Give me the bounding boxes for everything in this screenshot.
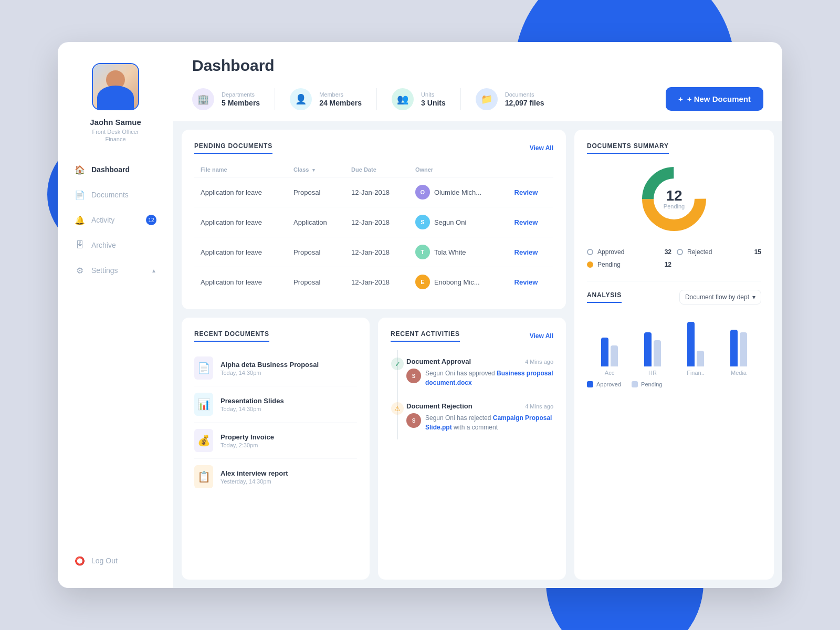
date-cell: 12-Jan-2018 xyxy=(345,237,409,267)
pending-view-all-link[interactable]: View All xyxy=(530,144,553,152)
class-cell: Application xyxy=(287,207,345,237)
dashboard-header: Dashboard 🏢 Departments 5 Members 👤 Memb… xyxy=(173,42,782,121)
members-icon: 👤 xyxy=(290,88,312,110)
sort-icon[interactable]: ▾ xyxy=(312,167,315,173)
action-cell: Review xyxy=(508,177,553,207)
owner-name: Olumide Mich... xyxy=(434,188,481,196)
bottom-grid: RECENT DOCUMENTS 📄 Alpha deta Business P… xyxy=(182,318,566,580)
donut-wrapper: 12 Pending xyxy=(587,162,761,236)
summary-title: DOCUMENTS SUMMARY xyxy=(587,142,669,154)
legend-pending: Pending 12 xyxy=(587,261,671,268)
activity-text: Segun Oni has approved Business proposal… xyxy=(425,369,553,387)
sidebar-item-label: Documents xyxy=(91,191,129,199)
stat-info: Units 3 Units xyxy=(421,91,446,107)
approved-dot xyxy=(587,249,593,255)
stat-label: Units xyxy=(421,91,446,98)
sidebar-item-dashboard[interactable]: 🏠 Dashboard xyxy=(66,158,165,181)
sidebar-item-label: Archive xyxy=(91,241,116,249)
list-item[interactable]: 📄 Alpha deta Business Proposal Today, 14… xyxy=(194,350,357,386)
owner-name: Tola White xyxy=(434,248,466,256)
review-button[interactable]: Review xyxy=(514,248,538,256)
avatar-image xyxy=(93,64,138,109)
sidebar-item-label: Dashboard xyxy=(91,165,130,174)
analysis-section: ANALYSIS Document flow by dept ▾ Acc HR xyxy=(587,281,761,387)
sidebar-item-settings[interactable]: ⚙ Settings ▲ xyxy=(66,259,165,282)
date-cell: 12-Jan-2018 xyxy=(345,207,409,237)
owner-cell: T Tola White xyxy=(409,237,508,267)
owner-name: Enobong Mic... xyxy=(434,278,480,286)
recent-activities-header: RECENT ACTIVITIES View All xyxy=(391,330,553,342)
list-item: ⚠ Document Rejection 4 Mins ago S Segun … xyxy=(397,395,553,439)
pending-legend-square xyxy=(632,381,638,387)
review-button[interactable]: Review xyxy=(514,278,538,286)
stat-label: Members xyxy=(319,91,362,98)
donut-center: 12 Pending xyxy=(664,188,685,209)
recent-docs-header: RECENT DOCUMENTS xyxy=(194,330,357,342)
pending-bar xyxy=(611,345,618,366)
plus-icon: + xyxy=(678,94,683,103)
date-cell: 12-Jan-2018 xyxy=(345,267,409,297)
owner-avatar: E xyxy=(415,275,430,289)
pending-bar xyxy=(654,340,661,366)
bar-pair xyxy=(687,314,704,366)
sidebar-item-activity[interactable]: 🔔 Activity 12 xyxy=(66,208,165,232)
table-row: Application for leave Proposal 12-Jan-20… xyxy=(194,267,553,297)
new-document-button[interactable]: + + New Document xyxy=(666,87,763,111)
table-row: Application for leave Application 12-Jan… xyxy=(194,207,553,237)
recent-activities-card: RECENT ACTIVITIES View All ✓ Document Ap… xyxy=(378,318,566,580)
col-action xyxy=(508,162,553,177)
action-cell: Review xyxy=(508,207,553,237)
approved-legend-label: Approved xyxy=(596,381,621,387)
logout-label: Log Out xyxy=(91,556,118,565)
doc-time: Today, 14:30pm xyxy=(220,370,319,376)
analysis-title: ANALYSIS xyxy=(587,291,622,303)
analysis-dropdown[interactable]: Document flow by dept ▾ xyxy=(679,290,761,304)
pending-docs-table: File name Class ▾ Due Date Owner Applica… xyxy=(194,162,553,297)
legend-approved-count: 32 xyxy=(665,248,671,256)
bar-label: Media xyxy=(731,370,747,376)
avatar xyxy=(92,63,139,110)
doc-info: Alex interview report Yesterday, 14:30pm xyxy=(220,469,288,485)
legend-rejected-label: Rejected xyxy=(687,248,712,256)
doc-name: Presentation Slides xyxy=(220,397,284,405)
pending-documents-card: PENDING DOCUMENTS View All File name Cla… xyxy=(182,130,566,309)
settings-chevron-icon: ▲ xyxy=(151,268,156,274)
documents-icon: 📄 xyxy=(75,190,85,200)
action-cell: Review xyxy=(508,237,553,267)
list-item[interactable]: 📊 Presentation Slides Today, 14:30pm xyxy=(194,386,357,423)
user-role: Front Desk Officer xyxy=(92,129,139,135)
review-button[interactable]: Review xyxy=(514,218,538,226)
dashboard-body: PENDING DOCUMENTS View All File name Cla… xyxy=(173,121,782,588)
activity-content: Document Rejection 4 Mins ago S Segun On… xyxy=(406,402,553,432)
doc-name: Property Invoice xyxy=(220,433,274,441)
pending-dot xyxy=(587,261,593,268)
new-document-label: + New Document xyxy=(687,94,751,103)
activities-view-all-link[interactable]: View All xyxy=(530,332,553,340)
activity-body: S Segun Oni has rejected Campaign Propos… xyxy=(406,413,553,432)
stat-label: Documents xyxy=(505,91,544,98)
pending-legend-label: Pending xyxy=(641,381,662,387)
bar-label: HR xyxy=(648,370,657,376)
list-item[interactable]: 💰 Property Invoice Today, 2:30pm xyxy=(194,423,357,459)
user-department: Finance xyxy=(105,136,125,142)
chart-legend-pending: Pending xyxy=(632,381,662,387)
list-item[interactable]: 📋 Alex interview report Yesterday, 14:30… xyxy=(194,459,357,495)
recent-docs-title: RECENT DOCUMENTS xyxy=(194,330,269,342)
activity-icon: 🔔 xyxy=(75,215,85,225)
sidebar-item-documents[interactable]: 📄 Documents xyxy=(66,183,165,206)
stat-units: 👥 Units 3 Units xyxy=(392,88,461,110)
col-duedate: Due Date xyxy=(345,162,409,177)
summary-card-header: DOCUMENTS SUMMARY xyxy=(587,142,761,154)
bar-pair xyxy=(601,314,618,366)
review-button[interactable]: Review xyxy=(514,188,538,196)
logout-button[interactable]: ⭕ Log Out xyxy=(66,549,165,572)
activities-list: ✓ Document Approval 4 Mins ago S Segun O… xyxy=(391,350,553,439)
legend-pending-label: Pending xyxy=(597,261,621,268)
donut-chart: 12 Pending xyxy=(637,162,711,236)
stat-departments: 🏢 Departments 5 Members xyxy=(192,88,275,110)
list-item: ✓ Document Approval 4 Mins ago S Segun O… xyxy=(397,350,553,395)
sidebar-item-archive[interactable]: 🗄 Archive xyxy=(66,234,165,257)
home-icon: 🏠 xyxy=(75,164,85,175)
pending-bar xyxy=(697,351,704,366)
stat-info: Documents 12,097 files xyxy=(505,91,544,107)
